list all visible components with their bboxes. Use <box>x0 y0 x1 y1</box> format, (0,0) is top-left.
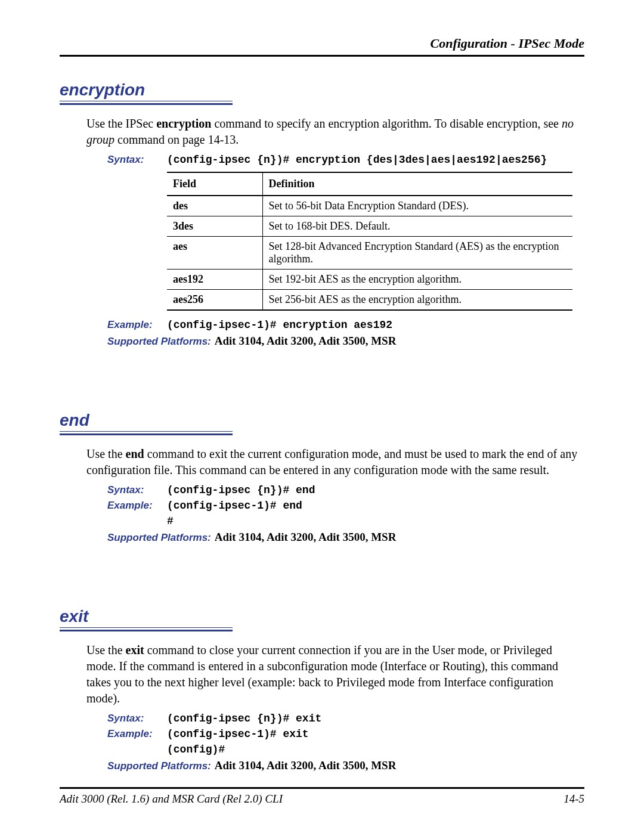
table-row: 3des Set to 168-bit DES. Default. <box>167 216 572 237</box>
example-row-2: (config)# <box>107 744 584 755</box>
platforms-row: Supported Platforms: Adit 3104, Adit 320… <box>107 759 584 772</box>
page-footer: Adit 3000 (Rel. 1.6) and MSR Card (Rel 2… <box>60 787 584 806</box>
section-title-exit: exit <box>60 607 584 626</box>
syntax-label: Syntax: <box>107 484 167 496</box>
title-rule <box>60 101 584 105</box>
syntax-label: Syntax: <box>107 713 167 724</box>
example-row-2: # <box>107 515 584 527</box>
example-value: (config-ipsec-1)# exit <box>167 728 309 740</box>
platforms-value: Adit 3104, Adit 3200, Adit 3500, MSR <box>215 759 397 772</box>
syntax-value: (config-ipsec {n})# encryption {des|3des… <box>167 154 547 166</box>
footer-left: Adit 3000 (Rel. 1.6) and MSR Card (Rel 2… <box>60 792 283 806</box>
example-label: Example: <box>107 319 167 331</box>
encryption-table: Field Definition des Set to 56-bit Data … <box>167 172 572 311</box>
command-name: exit <box>126 643 144 657</box>
end-intro: Use the end command to exit the current … <box>86 446 584 478</box>
table-cell-def: Set 128-bit Advanced Encryption Standard… <box>262 237 572 270</box>
table-cell-def: Set 256-bit AES as the encryption algori… <box>262 290 572 311</box>
footer-rule <box>60 787 584 789</box>
example-row: Example: (config-ipsec-1)# exit <box>107 728 584 740</box>
table-row: aes Set 128-bit Advanced Encryption Stan… <box>167 237 572 270</box>
platforms-row: Supported Platforms: Adit 3104, Adit 320… <box>107 531 584 544</box>
table-header-field: Field <box>167 172 262 196</box>
table-row: aes192 Set 192-bit AES as the encryption… <box>167 270 572 290</box>
section-title-encryption: encryption <box>60 80 584 100</box>
text: command to exit the current configuratio… <box>86 447 577 476</box>
table-header-definition: Definition <box>262 172 572 196</box>
command-name: end <box>126 447 144 460</box>
syntax-row: Syntax: (config-ipsec {n})# exit <box>107 713 584 724</box>
text: Use the <box>86 447 126 460</box>
text: Use the IPSec <box>86 117 156 130</box>
syntax-label: Syntax: <box>107 154 167 166</box>
encryption-table-wrap: Field Definition des Set to 56-bit Data … <box>167 172 584 311</box>
section-title-end: end <box>60 411 584 430</box>
example-value-2: # <box>167 515 174 527</box>
text: Use the <box>86 643 126 657</box>
exit-kv-block: Syntax: (config-ipsec {n})# exit Example… <box>107 713 584 772</box>
table-cell-field: 3des <box>167 216 262 237</box>
end-kv-block: Syntax: (config-ipsec {n})# end Example:… <box>107 484 584 544</box>
platforms-label: Supported Platforms: <box>107 336 211 348</box>
platforms-value: Adit 3104, Adit 3200, Adit 3500, MSR <box>215 335 397 348</box>
platforms-label: Supported Platforms: <box>107 760 211 772</box>
example-value: (config-ipsec-1)# encryption aes192 <box>167 319 392 331</box>
title-rule <box>60 431 584 435</box>
page-container: { "header": { "running": "Configuration … <box>0 0 644 833</box>
syntax-value: (config-ipsec {n})# exit <box>167 713 321 724</box>
header-rule <box>60 55 584 57</box>
example-label: Example: <box>107 728 167 740</box>
example-row: Example: (config-ipsec-1)# end <box>107 500 584 512</box>
example-label: Example: <box>107 500 167 512</box>
command-name: encryption <box>156 117 211 130</box>
example-value-2: (config)# <box>167 744 225 755</box>
example-value: (config-ipsec-1)# end <box>167 500 302 512</box>
table-row: aes256 Set 256-bit AES as the encryption… <box>167 290 572 311</box>
footer-right: 14-5 <box>564 792 584 806</box>
platforms-label: Supported Platforms: <box>107 532 211 544</box>
syntax-value: (config-ipsec {n})# end <box>167 484 315 496</box>
exit-intro: Use the exit command to close your curre… <box>86 642 584 707</box>
syntax-row: Syntax: (config-ipsec {n})# end <box>107 484 584 496</box>
platforms-value: Adit 3104, Adit 3200, Adit 3500, MSR <box>215 531 397 544</box>
text: command to close your current connection… <box>86 643 558 705</box>
table-cell-def: Set to 56-bit Data Encryption Standard (… <box>262 196 572 216</box>
table-cell-def: Set 192-bit AES as the encryption algori… <box>262 270 572 290</box>
table-cell-field: aes192 <box>167 270 262 290</box>
text: command on page 14-13. <box>114 133 239 146</box>
running-header: Configuration - IPSec Mode <box>60 36 584 51</box>
table-cell-def: Set to 168-bit DES. Default. <box>262 216 572 237</box>
footer-row: Adit 3000 (Rel. 1.6) and MSR Card (Rel 2… <box>60 792 584 806</box>
encryption-syntax-block: Syntax: (config-ipsec {n})# encryption {… <box>107 154 584 166</box>
text: command to specify an encryption algorit… <box>211 117 562 130</box>
encryption-example-block: Example: (config-ipsec-1)# encryption ae… <box>107 319 584 348</box>
platforms-row: Supported Platforms: Adit 3104, Adit 320… <box>107 335 584 348</box>
syntax-row: Syntax: (config-ipsec {n})# encryption {… <box>107 154 584 166</box>
table-header-row: Field Definition <box>167 172 572 196</box>
table-cell-field: aes256 <box>167 290 262 311</box>
encryption-intro: Use the IPSec encryption command to spec… <box>86 116 584 148</box>
example-row: Example: (config-ipsec-1)# encryption ae… <box>107 319 584 331</box>
table-row: des Set to 56-bit Data Encryption Standa… <box>167 196 572 216</box>
table-cell-field: aes <box>167 237 262 270</box>
table-cell-field: des <box>167 196 262 216</box>
title-rule <box>60 627 584 631</box>
